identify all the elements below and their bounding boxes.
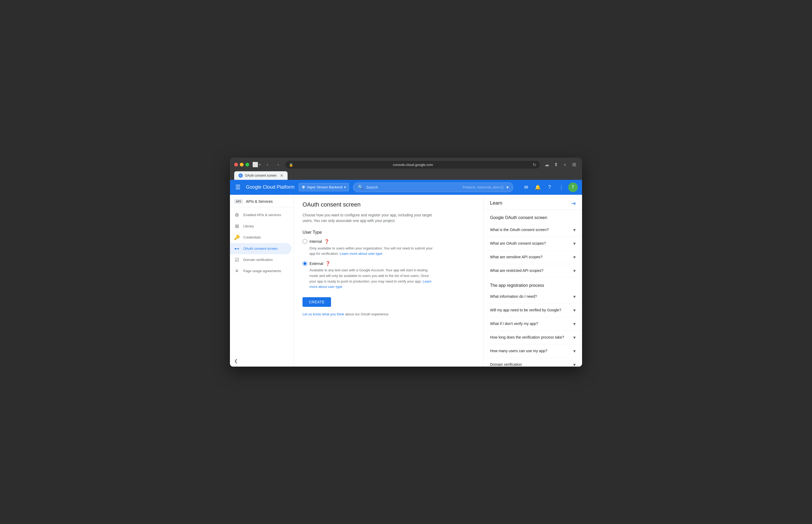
user-type-section-title: User Type xyxy=(302,230,475,235)
feedback-link[interactable]: Let us know what you think xyxy=(302,312,344,316)
project-selector[interactable]: ❋ Vapor Stream Backend ▾ xyxy=(299,183,349,191)
app-title: Google Cloud Platform xyxy=(246,184,295,190)
external-radio-option: External ❓ Available to any test user wi… xyxy=(302,261,475,290)
learn-item-5[interactable]: What information do I need? ▾ xyxy=(484,290,582,304)
tab-title: OAuth consent screen xyxy=(245,174,277,177)
learn-item-9[interactable]: How many users can use my app? ▾ xyxy=(484,344,582,358)
tab-favicon: G xyxy=(238,174,243,178)
browser-chrome: ⬜▾ ‹ › 🔒 console.cloud.google.com ↻ ☁ ⬆ … xyxy=(230,158,582,180)
content-area: OAuth consent screen Choose how you want… xyxy=(294,195,483,366)
sidebar-item-library[interactable]: ⊞ Library xyxy=(230,220,292,232)
create-button[interactable]: CREATE xyxy=(302,297,331,307)
learn-item-10[interactable]: Domain verification ▾ xyxy=(484,358,582,366)
learn-item-6[interactable]: Will my app need to be verified by Googl… xyxy=(484,304,582,317)
gcp-logo[interactable]: Google Cloud Platform xyxy=(246,184,295,190)
sidebar-item-domain-verification[interactable]: ☑ Domain verification xyxy=(230,254,292,265)
learn-section2-title: The app registration process xyxy=(484,278,582,290)
user-avatar[interactable]: T xyxy=(568,182,578,192)
tab-close-button[interactable]: ✕ xyxy=(280,174,283,178)
browser-tabs: G OAuth consent screen ✕ xyxy=(234,171,578,180)
sidebar-item-page-usage[interactable]: ≡ Page usage agreements xyxy=(230,265,292,276)
chevron-down-icon-9: ▾ xyxy=(573,348,576,354)
hamburger-menu-button[interactable]: ☰ xyxy=(234,183,242,192)
maximize-window-dot[interactable] xyxy=(245,163,249,166)
learn-item-2-text: What are OAuth consent scopes? xyxy=(490,241,573,246)
sidebar: API APIs & Services ⚙ Enabled APIs & ser… xyxy=(230,195,294,366)
sidebar-title: APIs & Services xyxy=(246,199,272,203)
external-radio-row: External ❓ xyxy=(302,261,475,266)
learn-expand-button[interactable]: ⇥ xyxy=(571,200,576,207)
back-button[interactable]: ‹ xyxy=(264,161,271,168)
learn-header: Learn ⇥ xyxy=(484,195,582,210)
close-window-dot[interactable] xyxy=(234,163,238,166)
chevron-down-icon-3: ▾ xyxy=(573,254,576,260)
learn-item-1-text: What is the OAuth consent screen? xyxy=(490,227,573,233)
learn-item-7-text: What if I don't verify my app? xyxy=(490,321,573,327)
chevron-down-icon-1: ▾ xyxy=(573,227,576,233)
chevron-down-icon-6: ▾ xyxy=(573,307,576,313)
grid-icon[interactable]: ⊞ xyxy=(570,161,578,168)
internal-radio-label: Internal xyxy=(310,239,322,244)
chevron-down-icon-2: ▾ xyxy=(573,241,576,247)
forward-button[interactable]: › xyxy=(275,161,282,168)
gcp-app: ☰ Google Cloud Platform ❋ Vapor Stream B… xyxy=(230,180,582,366)
learn-item-9-text: How many users can use my app? xyxy=(490,348,573,354)
search-expand-icon: ▾ xyxy=(506,184,509,190)
learn-item-2[interactable]: What are OAuth consent scopes? ▾ xyxy=(484,237,582,250)
learn-item-5-text: What information do I need? xyxy=(490,294,573,299)
internal-radio-option: Internal ❓ Only available to users withi… xyxy=(302,239,475,257)
top-navbar: ☰ Google Cloud Platform ❋ Vapor Stream B… xyxy=(230,180,582,195)
internal-help-icon[interactable]: ❓ xyxy=(324,239,329,244)
sidebar-item-label: Domain verification xyxy=(243,258,273,262)
more-options-button[interactable]: ⋮ xyxy=(557,182,566,192)
learn-item-4[interactable]: What are restricted API scopes? ▾ xyxy=(484,264,582,278)
project-selector-chevron: ▾ xyxy=(344,185,346,189)
learn-item-3[interactable]: What are sensitive API scopes? ▾ xyxy=(484,250,582,264)
page-description: Choose how you want to configure and reg… xyxy=(302,212,436,224)
sidebar-item-credentials[interactable]: 🔑 Credentials xyxy=(230,232,292,243)
notification-icon-button[interactable]: 🔔 xyxy=(533,182,543,192)
learn-item-7[interactable]: What if I don't verify my app? ▾ xyxy=(484,317,582,331)
learn-item-3-text: What are sensitive API scopes? xyxy=(490,255,573,260)
email-icon-button[interactable]: ✉ xyxy=(521,182,531,192)
cloud-icon[interactable]: ☁ xyxy=(543,161,551,168)
api-badge: API xyxy=(234,199,243,204)
new-tab-icon[interactable]: ＋ xyxy=(561,161,569,168)
page-usage-icon: ≡ xyxy=(234,268,239,274)
chevron-down-icon-10: ▾ xyxy=(573,362,576,366)
refresh-button[interactable]: ↻ xyxy=(533,162,536,167)
sidebar-collapse-button[interactable]: ❮ xyxy=(230,355,294,366)
nav-icons: ✉ 🔔 ? ⋮ T xyxy=(521,182,578,192)
sidebar-toggle[interactable]: ⬜▾ xyxy=(252,162,261,167)
learn-item-1[interactable]: What is the OAuth consent screen? ▾ xyxy=(484,223,582,237)
sidebar-item-enabled-apis[interactable]: ⚙ Enabled APIs & services xyxy=(230,210,292,220)
sidebar-item-oauth-consent[interactable]: ⊷ OAuth consent screen xyxy=(230,243,292,254)
internal-radio-input[interactable] xyxy=(302,239,307,244)
search-bar[interactable]: 🔍 Search Products, resources, docs (/) ▾ xyxy=(353,182,513,192)
share-icon[interactable]: ⬆ xyxy=(552,161,560,168)
sidebar-item-label: Enabled APIs & services xyxy=(243,213,281,217)
library-icon: ⊞ xyxy=(234,223,239,229)
internal-learn-more-link[interactable]: Learn more about user type xyxy=(339,251,382,256)
minimize-window-dot[interactable] xyxy=(240,163,244,166)
address-bar[interactable]: 🔒 console.cloud.google.com ↻ xyxy=(285,161,540,169)
search-icon: 🔍 xyxy=(358,184,364,190)
external-radio-input[interactable] xyxy=(302,261,307,266)
learn-item-6-text: Will my app need to be verified by Googl… xyxy=(490,308,573,313)
enabled-apis-icon: ⚙ xyxy=(234,212,239,218)
sidebar-header: API APIs & Services xyxy=(230,195,294,207)
learn-item-4-text: What are restricted API scopes? xyxy=(490,268,573,274)
sidebar-nav: ⚙ Enabled APIs & services ⊞ Library 🔑 Cr… xyxy=(230,207,294,355)
learn-item-8[interactable]: How long does the verification process t… xyxy=(484,331,582,344)
external-help-icon[interactable]: ❓ xyxy=(325,261,331,266)
learn-title: Learn xyxy=(490,200,502,206)
browser-titlebar: ⬜▾ ‹ › 🔒 console.cloud.google.com ↻ ☁ ⬆ … xyxy=(234,161,578,169)
help-icon-button[interactable]: ? xyxy=(545,182,554,192)
page-title: OAuth consent screen xyxy=(302,201,475,208)
browser-actions: ☁ ⬆ ＋ ⊞ xyxy=(543,161,578,168)
external-radio-description: Available to any test user with a Google… xyxy=(310,267,435,290)
external-learn-more-link[interactable]: Learn more about user type xyxy=(310,279,431,289)
domain-verification-icon: ☑ xyxy=(234,257,239,263)
internal-radio-description: Only available to users within your orga… xyxy=(310,246,435,257)
active-tab[interactable]: G OAuth consent screen ✕ xyxy=(234,171,287,180)
